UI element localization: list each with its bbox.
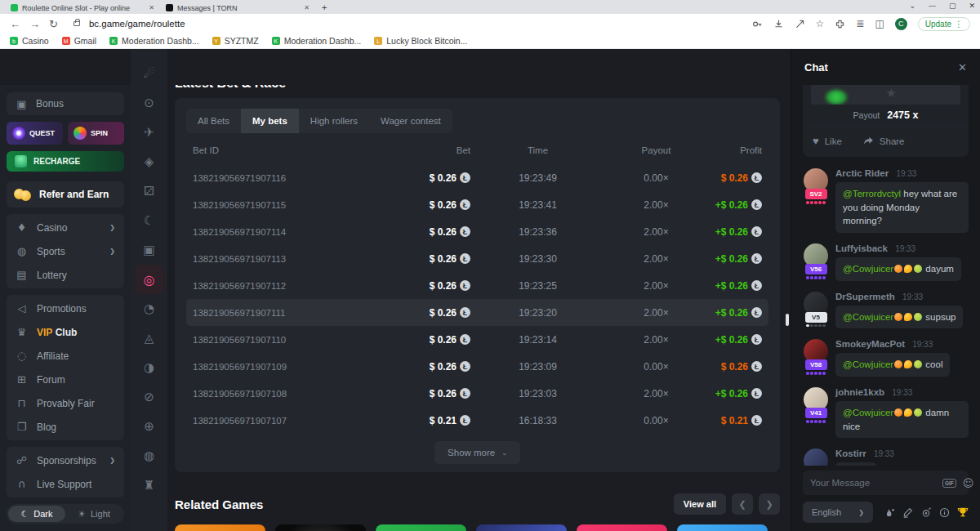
quest-button[interactable]: QUEST <box>7 122 63 145</box>
chat-language-button[interactable]: English ❯ <box>803 502 873 523</box>
bet-row[interactable]: 138219056971907110 $ 0.26Ł 19:23:14 2.00… <box>186 326 768 353</box>
avatar[interactable] <box>804 448 828 466</box>
bets-tab[interactable]: All Bets <box>186 109 241 133</box>
game-rail-icon[interactable]: ◈ <box>136 147 163 176</box>
new-tab-button[interactable]: + <box>322 2 327 14</box>
game-rail-icon[interactable]: ◍ <box>136 441 163 471</box>
forward-icon[interactable]: → <box>29 18 40 30</box>
light-mode-segment[interactable]: ☀ Light <box>65 506 122 522</box>
game-tile[interactable] <box>476 524 567 531</box>
sidebar-nav-item[interactable]: ◍ Sports ❯ <box>7 239 124 263</box>
like-button[interactable]: ♥ Like <box>813 135 842 147</box>
chat-input[interactable]: GIF ☺ <box>803 471 969 495</box>
game-rail-icon[interactable]: ⊘ <box>136 382 163 412</box>
chat-username[interactable]: DrSupermeth <box>835 292 895 301</box>
sidebar-nav-item[interactable]: ☍ Sponsorships ❯ <box>7 448 124 472</box>
coin-drop-icon[interactable] <box>920 507 932 518</box>
back-icon[interactable]: ← <box>10 18 20 30</box>
rewards-trophy-icon[interactable] <box>957 506 969 518</box>
chat-username[interactable]: johnie1kxb <box>835 387 884 397</box>
game-tile[interactable] <box>275 524 366 531</box>
info-icon[interactable] <box>939 507 950 518</box>
game-tile[interactable] <box>677 524 768 531</box>
game-tile[interactable] <box>175 524 265 531</box>
window-control-icon[interactable]: — <box>929 2 936 10</box>
bets-tab[interactable]: High rollers <box>299 109 369 133</box>
bet-row[interactable]: 138219056971907116 $ 0.26Ł 19:23:49 0.00… <box>186 164 768 191</box>
extensions-puzzle-icon[interactable] <box>835 19 845 29</box>
game-rail-icon[interactable]: ◑ <box>136 353 163 382</box>
bookmark-item[interactable]: K Moderation Dashb... <box>109 36 199 46</box>
chat-username[interactable]: Kostirr <box>835 448 866 458</box>
chat-rules-pencil-icon[interactable] <box>902 507 913 518</box>
side-panel-icon[interactable]: ◫ <box>875 18 884 29</box>
game-rail-icon[interactable]: ⚂ <box>136 176 163 206</box>
spin-button[interactable]: SPIN <box>68 122 124 145</box>
secure-lock-icon[interactable] <box>74 21 80 26</box>
sidebar-nav-item[interactable]: ❐ Blog <box>7 415 124 439</box>
share-button[interactable]: Share <box>863 135 905 147</box>
game-rail-icon[interactable]: ♜ <box>136 471 163 500</box>
browser-profile-avatar[interactable]: C <box>895 18 907 30</box>
emoji-smiley-icon[interactable]: ☺ <box>963 477 974 489</box>
bookmark-star-icon[interactable]: ☆ <box>816 18 825 29</box>
show-more-button[interactable]: Show more ⌄ <box>434 441 520 464</box>
mention[interactable]: @Cowjuicer <box>843 264 893 274</box>
bet-row[interactable]: 138219056971907111 $ 0.26Ł 19:23:20 2.00… <box>186 299 768 326</box>
tab-close-icon[interactable]: ✕ <box>304 4 310 11</box>
update-button[interactable]: Update⋮ <box>918 17 970 31</box>
game-rail-icon[interactable]: ✈ <box>136 118 163 147</box>
theme-toggle[interactable]: ☾ Dark ☀ Light <box>7 504 124 524</box>
sidebar-nav-item[interactable]: ◁ Promotions <box>7 297 124 320</box>
bet-row[interactable]: 138219056971907112 $ 0.26Ł 19:23:25 2.00… <box>186 272 768 299</box>
game-rail-icon[interactable]: ⊕ <box>136 412 163 441</box>
bookmark-item[interactable]: M Gmail <box>62 36 96 46</box>
game-rail-icon[interactable]: ▣ <box>136 235 163 265</box>
game-rail-icon[interactable]: ◎ <box>136 265 163 294</box>
chat-close-icon[interactable]: ✕ <box>958 61 967 74</box>
window-control-icon[interactable]: ✕ <box>969 2 975 10</box>
sidebar-nav-item[interactable]: ∩ Live Support <box>7 472 124 496</box>
sidebar-nav-item[interactable]: ◌ Affiliate <box>7 344 124 368</box>
view-all-button[interactable]: View all <box>674 493 726 515</box>
game-rail-icon[interactable]: ☄ <box>136 59 163 88</box>
sidebar-nav-item[interactable]: ▤ Lottery <box>7 263 124 287</box>
bookmark-item[interactable]: b Casino <box>10 36 49 46</box>
bonus-button[interactable]: ▣ Bonus <box>7 92 124 115</box>
browser-tab[interactable]: Messages | TORN ✕ <box>160 2 315 14</box>
bet-row[interactable]: 138219056971907107 $ 0.21Ł 16:18:33 0.00… <box>186 407 768 434</box>
window-control-icon[interactable]: ▢ <box>949 2 956 10</box>
game-rail-icon[interactable]: ⊙ <box>136 88 163 118</box>
rain-drop-icon[interactable] <box>884 507 895 518</box>
game-tile[interactable] <box>376 524 466 531</box>
dark-mode-segment[interactable]: ☾ Dark <box>8 506 65 522</box>
gif-icon[interactable]: GIF <box>942 479 956 488</box>
sidebar-nav-item[interactable]: ♛ VIP Club <box>7 320 124 344</box>
game-rail-icon[interactable]: ☾ <box>136 206 163 235</box>
reading-list-icon[interactable]: ≣ <box>856 18 864 29</box>
bets-tab[interactable]: Wager contest <box>369 109 452 133</box>
game-tile[interactable] <box>577 524 667 531</box>
main-scrollbar-thumb[interactable] <box>786 314 789 326</box>
pinned-win-card[interactable]: ★ Payout 2475 x ♥ Like Share <box>803 85 969 157</box>
sidebar-nav-item[interactable]: ⊞ Forum <box>7 368 124 391</box>
game-rail-icon[interactable]: ◬ <box>136 324 163 353</box>
carousel-next-button[interactable]: ❯ <box>759 493 780 515</box>
url-text[interactable]: bc.game/game/roulette <box>89 19 743 29</box>
chat-username[interactable]: Arctic Rider <box>835 168 889 178</box>
install-icon[interactable] <box>773 19 784 29</box>
recharge-button[interactable]: RECHARGE <box>7 151 124 172</box>
tab-close-icon[interactable]: ✕ <box>149 4 154 11</box>
bet-row[interactable]: 138219056971907114 $ 0.26Ł 19:23:36 2.00… <box>186 218 768 245</box>
mention[interactable]: @Terrordvctyl <box>843 189 901 199</box>
password-key-icon[interactable] <box>752 19 763 29</box>
mention[interactable]: @Cowjuicer <box>843 408 893 417</box>
bet-row[interactable]: 138219056971907108 $ 0.26Ł 19:23:03 2.00… <box>186 380 768 407</box>
carousel-prev-button[interactable]: ❮ <box>732 493 753 515</box>
sidebar-nav-item[interactable]: ⊓ Provably Fair <box>7 391 124 415</box>
bookmark-item[interactable]: Y SYZTMZ <box>212 36 259 46</box>
sidebar-nav-item[interactable]: ♦ Casino ❯ <box>7 216 124 239</box>
bet-row[interactable]: 138219056971907115 $ 0.26Ł 19:23:41 2.00… <box>186 191 768 218</box>
bookmark-item[interactable]: K Moderation Dashb... <box>272 36 362 46</box>
chat-username[interactable]: Luffyisback <box>835 243 888 253</box>
